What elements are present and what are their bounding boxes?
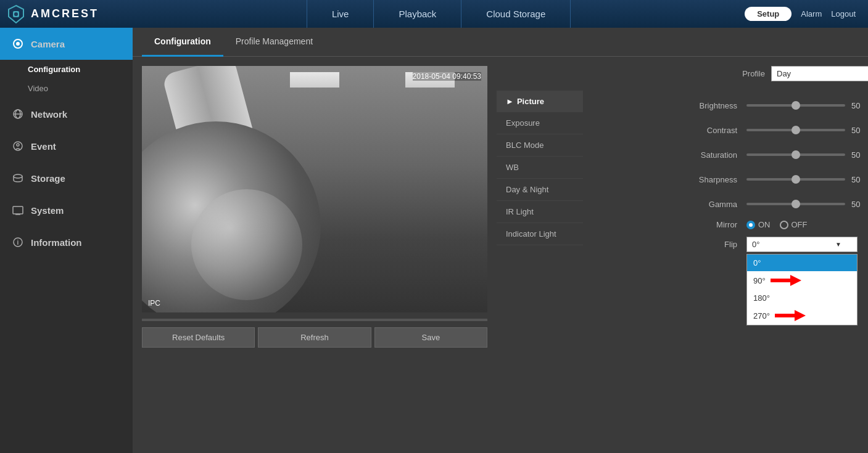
menu-item-wb[interactable]: WB [497,157,583,179]
sidebar-sub-video[interactable]: Video [0,79,133,98]
menu-item-blc-mode[interactable]: BLC Mode [497,134,583,157]
gamma-row: Gamma 50 [682,195,868,213]
flip-option-270[interactable]: 270° [747,306,857,325]
alarm-link[interactable]: Alarm [801,9,822,18]
arrow-red-270 [775,310,806,321]
sidebar-sub-configuration[interactable]: Configuration [0,60,133,79]
tab-configuration[interactable]: Configuration [142,28,223,57]
flip-label: Flip [682,240,737,249]
profile-row: Profile Day Night Normal [497,66,868,81]
sidebar-item-event[interactable]: Event [0,130,133,162]
menu-item-indicator-light[interactable]: Indicator Light [497,223,583,245]
sidebar-item-network[interactable]: Network [0,98,133,130]
reset-defaults-button[interactable]: Reset Defaults [142,327,255,348]
network-icon [11,107,25,121]
sidebar-event-label: Event [31,141,56,152]
sidebar-camera-label: Camera [31,39,65,49]
sharpness-value: 50 [851,175,868,184]
contrast-label: Contrast [682,126,737,135]
information-icon: i [11,235,25,249]
mirror-label: Mirror [682,220,737,229]
menu-item-ir-light[interactable]: IR Light [497,201,583,223]
flip-chevron-icon: ▼ [835,241,841,248]
camera-icon [11,37,25,51]
sidebar-item-camera[interactable]: Camera [0,28,133,60]
fisheye-inner [191,189,302,300]
flip-select-wrap: 0° ▼ 0° 90° [746,237,858,252]
gamma-slider[interactable] [746,203,845,205]
sidebar-information-label: Information [31,237,82,248]
arrow-red-90 [771,275,801,286]
picture-arrow: ► [506,97,514,106]
saturation-value: 50 [851,150,868,160]
mirror-off-radio[interactable] [780,221,788,229]
flip-row: Flip 0° ▼ 0° [682,237,868,252]
contrast-thumb [792,126,800,134]
sidebar-item-system[interactable]: System [0,194,133,226]
sidebar-item-information[interactable]: i Information [0,226,133,258]
nav-cloud-storage[interactable]: Cloud Storage [461,0,571,28]
gamma-thumb [792,200,800,208]
menu-item-day-night[interactable]: Day & Night [497,179,583,201]
header: AMCREST Live Playback Cloud Storage Setu… [0,0,868,28]
event-icon [11,139,25,153]
settings-panel: Brightness 50 Contrast 50 [669,91,868,266]
svg-point-2 [14,12,18,16]
nav-live[interactable]: Live [307,0,374,28]
flip-option-180-text: 180° [753,293,770,303]
flip-option-180[interactable]: 180° [747,290,857,306]
profile-select[interactable]: Day Night Normal [771,66,868,81]
flip-option-0[interactable]: 0° [747,255,857,271]
logo-text: AMCREST [31,7,99,20]
tab-profile-management[interactable]: Profile Management [223,28,325,57]
flip-option-0-text: 0° [753,258,761,267]
flip-select-display[interactable]: 0° ▼ [746,237,858,252]
mirror-on-radio[interactable] [746,221,755,229]
logo-area: AMCREST [0,4,133,24]
flip-option-90[interactable]: 90° [747,271,857,290]
nav-area: Live Playback Cloud Storage [133,0,745,28]
nav-playback[interactable]: Playback [374,0,461,28]
logout-link[interactable]: Logout [831,9,856,18]
right-nav: Setup Alarm Logout [745,7,868,21]
action-buttons: Reset Defaults Refresh Save [142,327,487,348]
storage-icon [11,171,25,185]
camera-preview-wrap: 2018-05-04 09:40:53 IPC Reset Defaults R… [142,66,487,348]
sidebar-network-label: Network [31,109,67,120]
sidebar-item-storage[interactable]: Storage [0,162,133,194]
content: 2018-05-04 09:40:53 IPC Reset Defaults R… [133,57,868,357]
mirror-off-option[interactable]: OFF [780,220,808,229]
picture-menu-title[interactable]: ► Picture [497,91,583,112]
profile-label: Profile [742,69,765,78]
panel-body: ► Picture Exposure BLC Mode WB Day & Nig… [497,91,868,266]
sidebar: Camera Configuration Video Network Event [0,28,133,453]
flip-option-270-text: 270° [753,311,770,320]
menu-item-exposure[interactable]: Exposure [497,112,583,134]
refresh-button[interactable]: Refresh [258,327,371,348]
preview-separator [142,319,487,321]
picture-menu: ► Picture Exposure BLC Mode WB Day & Nig… [497,91,583,266]
mirror-on-option[interactable]: ON [746,220,771,229]
tabs: Configuration Profile Management [133,28,868,57]
svg-point-4 [16,42,20,46]
saturation-label: Saturation [682,150,737,160]
ceiling-light-2 [290,72,339,88]
brightness-row: Brightness 50 [682,97,868,114]
camera-timestamp: 2018-05-04 09:40:53 [413,72,481,81]
saturation-slider[interactable] [746,153,845,156]
contrast-slider[interactable] [746,129,845,131]
save-button[interactable]: Save [374,327,487,348]
brightness-slider[interactable] [746,104,845,107]
svg-rect-11 [13,206,23,214]
setup-button[interactable]: Setup [745,7,792,21]
main-content: Configuration Profile Management 2018 [133,28,868,453]
contrast-row: Contrast 50 [682,121,868,139]
mirror-off-text: OFF [792,220,808,229]
camera-label: IPC [148,299,160,308]
svg-text:i: i [17,239,19,246]
profile-select-wrap: Day Night Normal [771,66,868,81]
flip-option-90-text: 90° [753,276,766,285]
sharpness-slider[interactable] [746,178,845,181]
flip-dropdown: 0° 90° 180° 270° [746,254,858,325]
sharpness-label: Sharpness [682,175,737,184]
